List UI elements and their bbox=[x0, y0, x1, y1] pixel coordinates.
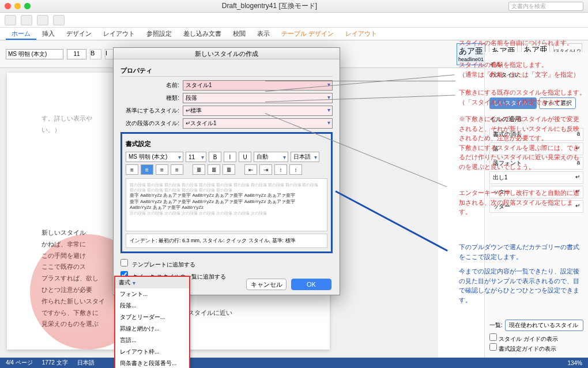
dropdown-item[interactable]: 言語... bbox=[115, 335, 189, 346]
tab-review[interactable]: 校閲 bbox=[227, 28, 251, 40]
list-item[interactable]: 出し1↵ bbox=[489, 171, 583, 184]
base-style-select[interactable]: ↵標準 bbox=[183, 106, 333, 116]
dropdown-item[interactable]: フォント... bbox=[115, 288, 189, 300]
line-spacing-3-button[interactable]: ≣ bbox=[223, 164, 235, 175]
align-right-button[interactable]: ≡ bbox=[156, 164, 168, 175]
redo-icon[interactable] bbox=[37, 15, 48, 25]
fmt-bold-button[interactable]: B bbox=[209, 152, 221, 162]
zoom-level[interactable]: 134% bbox=[567, 360, 582, 366]
section-property: プロパティ bbox=[120, 64, 333, 77]
para-before-button[interactable]: ↕ bbox=[274, 164, 287, 175]
format-guide-checkbox[interactable]: 書式設定ガイドの表示 bbox=[489, 346, 556, 352]
statusbar: 4/4 ページ 1772 文字 日本語 134% bbox=[0, 358, 588, 368]
add-to-template-checkbox[interactable]: テンプレートに追加する bbox=[120, 258, 333, 270]
dropdown-item[interactable]: レイアウト枠... bbox=[115, 346, 189, 358]
dialog-title: 新しいスタイルの作成 bbox=[114, 48, 340, 59]
indent-dec-button[interactable]: ⇤ bbox=[244, 164, 257, 175]
cancel-button[interactable]: キャンセル bbox=[246, 279, 287, 290]
tab-home[interactable]: ホーム bbox=[6, 28, 36, 40]
annotation: 今までの設定内容が一覧できたり、設定後の見た目がサンプルで表示されるので、目で確… bbox=[459, 266, 585, 305]
save-icon[interactable] bbox=[5, 15, 16, 25]
tab-insert[interactable]: 挿入 bbox=[36, 28, 61, 40]
minimize-window-icon[interactable] bbox=[14, 3, 21, 9]
format-settings-box: 書式設定 MS 明朝 (本文) 11 B I U 自動 日本語 ≡ ≡ ≡ ≡ … bbox=[120, 132, 333, 253]
titlebar: Draft_blogentry41 [互換モード] 文書内を検索 bbox=[0, 0, 588, 13]
zoom-window-icon[interactable] bbox=[24, 3, 31, 9]
word-count[interactable]: 1772 文字 bbox=[42, 359, 68, 367]
tab-table-design[interactable]: テーブル デザイン bbox=[276, 28, 340, 40]
language-indicator[interactable]: 日本語 bbox=[77, 359, 95, 367]
fmt-color-select[interactable]: 自動 bbox=[254, 152, 288, 162]
fmt-underline-button[interactable]: U bbox=[239, 152, 251, 162]
format-dropdown: 書式 フォント... 段落... タブとリーダー... 罫線と網かけ... 言語… bbox=[114, 276, 190, 368]
annotation: 下敷きにする既存のスタイルを指定します。 （「スタイルなし」も指定できます） bbox=[459, 88, 586, 107]
dropdown-item[interactable]: タブとリーダー... bbox=[115, 311, 189, 323]
section-format: 書式設定 bbox=[126, 137, 327, 149]
search-input[interactable]: 文書内を検索 bbox=[508, 2, 583, 11]
page-counter[interactable]: 4/4 ページ bbox=[6, 359, 33, 367]
format-dropdown-button[interactable]: 書式 bbox=[115, 277, 189, 288]
style-preview: 前の段落 前の段落 前の段落 前の段落 前の段落 前の段落 前の段落 前の段落 … bbox=[126, 178, 327, 231]
tab-table-layout[interactable]: レイアウト bbox=[340, 28, 383, 40]
fmt-lang-select[interactable]: 日本語 bbox=[291, 152, 319, 162]
font-size-selector[interactable]: 11 bbox=[67, 49, 86, 59]
annotation: ※下敷きになっているスタイルが後で変更されると、それが新しいスタイルにも反映され… bbox=[459, 114, 585, 171]
fmt-font-select[interactable]: MS 明朝 (本文) bbox=[126, 152, 183, 162]
list-filter-select[interactable]: 現在使われているスタイル bbox=[505, 320, 583, 331]
dropdown-item[interactable]: 段落... bbox=[115, 300, 189, 311]
type-label: 種類: bbox=[120, 94, 183, 102]
line-spacing-2-button[interactable]: ≣ bbox=[208, 164, 220, 175]
annotation: スタイルの名前を自由につけられます。 bbox=[459, 38, 573, 48]
indent-inc-button[interactable]: ⇥ bbox=[259, 164, 272, 175]
align-left-button[interactable]: ≡ bbox=[126, 164, 138, 175]
next-label: 次の段落のスタイル: bbox=[120, 119, 183, 127]
fmt-italic-button[interactable]: I bbox=[224, 152, 236, 162]
font-selector[interactable]: MS 明朝 (本文) bbox=[6, 49, 63, 59]
annotation: エンターキーを押し改行すると自動的に追加される、次の段落スタイルを指定します。 bbox=[459, 188, 585, 217]
tab-references[interactable]: 参照設定 bbox=[141, 28, 178, 40]
tab-mailings[interactable]: 差し込み文書 bbox=[178, 28, 227, 40]
new-style-dialog: 新しいスタイルの作成 プロパティ 名前:スタイル1 種類:段落 基準にするスタイ… bbox=[113, 47, 340, 295]
dropdown-item[interactable]: 罫線と網かけ... bbox=[115, 323, 189, 335]
tab-layout[interactable]: レイアウト bbox=[97, 28, 141, 40]
close-window-icon[interactable] bbox=[5, 3, 11, 9]
document-title: Draft_blogentry41 [互換モード] bbox=[34, 1, 505, 11]
name-label: 名前: bbox=[120, 81, 183, 89]
para-after-button[interactable]: ↕ bbox=[289, 164, 302, 175]
print-icon[interactable] bbox=[53, 15, 65, 25]
next-style-select[interactable]: ↵スタイル1 bbox=[183, 118, 333, 129]
line-spacing-1-button[interactable]: ≣ bbox=[193, 164, 205, 175]
align-center-button[interactable]: ≡ bbox=[141, 164, 153, 175]
quick-access-toolbar bbox=[0, 13, 588, 28]
undo-icon[interactable] bbox=[21, 15, 32, 25]
style-guide-checkbox[interactable]: スタイル ガイドの表示 bbox=[489, 336, 558, 342]
style-summary: インデント: 最初の行: 6.3 mm, スタイル: クイック スタイル, 基準… bbox=[126, 234, 327, 248]
tab-view[interactable]: 表示 bbox=[251, 28, 276, 40]
fmt-size-select[interactable]: 11 bbox=[186, 152, 206, 162]
ok-button[interactable]: OK bbox=[291, 279, 331, 290]
lead-line bbox=[265, 81, 455, 81]
type-select[interactable]: 段落 bbox=[183, 93, 333, 103]
bold-button[interactable]: B bbox=[90, 49, 101, 59]
dropdown-item[interactable]: 簡条書きと段落番号... bbox=[115, 358, 189, 368]
annotation: 下のプルダウンで選んだカテゴリーの書式をここで設定します。 bbox=[459, 242, 585, 261]
list-filter-label: 一覧: bbox=[489, 321, 503, 329]
annotation: スタイルの種類を指定します。 （通常は「段落」または「文字」を指定） bbox=[459, 60, 579, 79]
base-label: 基準にするスタイル: bbox=[120, 107, 183, 115]
tab-design[interactable]: デザイン bbox=[61, 28, 97, 40]
name-input[interactable]: スタイル1 bbox=[183, 80, 333, 91]
align-justify-button[interactable]: ≡ bbox=[171, 164, 183, 175]
